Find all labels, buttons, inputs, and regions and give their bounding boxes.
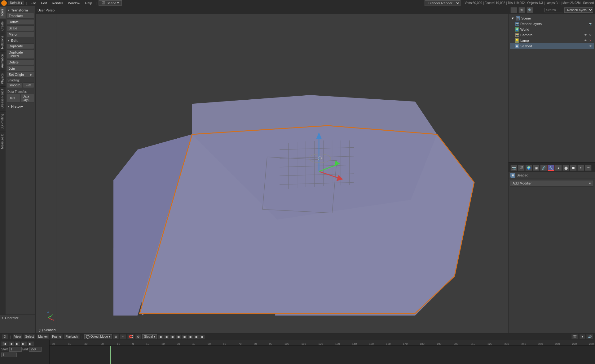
render-layers-camera-icon: 📷	[588, 22, 593, 26]
delete-button[interactable]: Delete	[7, 59, 34, 65]
ruler-mark: 150	[369, 342, 374, 345]
tab-create[interactable]: Create	[0, 19, 6, 33]
layer-5[interactable]: ▣	[182, 335, 187, 339]
tab-tools[interactable]: Tools	[0, 6, 6, 19]
record-icon[interactable]: ●	[580, 334, 585, 339]
tree-world[interactable]: 🌍 World	[510, 27, 594, 32]
timeline-track-area[interactable]: -50 -40 -30 -20 -10 0 10 20 30 40 50 60 …	[50, 340, 595, 364]
outliner-view-btn[interactable]: 👁	[518, 7, 525, 13]
timeline-frame-menu[interactable]: Frame	[51, 334, 63, 339]
ruler-mark: 270	[572, 342, 577, 345]
prop-icon-texture[interactable]: 🔲	[570, 165, 577, 171]
menu-window[interactable]: Window	[66, 0, 82, 6]
sound-icon[interactable]: 🔊	[586, 334, 593, 339]
scale-button[interactable]: Scale	[7, 25, 34, 31]
smooth-button[interactable]: Smooth	[7, 82, 22, 88]
layer-1[interactable]: ▣	[158, 335, 164, 339]
viewport-canvas[interactable]: X Y Z (1) Seabed	[36, 14, 508, 333]
tree-render-layers[interactable]: 📷 RenderLayers 📷	[510, 21, 594, 27]
render-engine-select[interactable]: Blender Render	[425, 0, 461, 6]
snap-icon[interactable]: 🧲	[127, 334, 134, 339]
translate-button[interactable]: Translate	[7, 13, 34, 19]
layer-4[interactable]: ▣	[176, 335, 181, 339]
tab-3d-printing[interactable]: 3D Printing	[0, 111, 6, 132]
timeline-marker-menu[interactable]: Marker	[37, 334, 49, 339]
menu-edit[interactable]: Edit	[39, 0, 49, 6]
camera-settings-icon: ⚙	[588, 33, 593, 37]
current-frame-input[interactable]	[1, 353, 17, 357]
timeline-track[interactable]	[50, 346, 595, 364]
svg-line-30	[48, 318, 53, 320]
end-frame-input[interactable]	[29, 347, 42, 352]
add-modifier-button[interactable]: Add Modifier ▾	[510, 180, 594, 187]
history-section-header[interactable]: History	[7, 104, 34, 109]
viewport-svg	[36, 14, 508, 333]
editor-type-button[interactable]: Default ▾	[8, 1, 24, 5]
data-button[interactable]: Data	[7, 94, 20, 102]
data-layers-button[interactable]: Data Layo	[21, 94, 34, 102]
menu-file[interactable]: File	[29, 0, 38, 6]
layer-7[interactable]: ▣	[193, 335, 199, 339]
play-btn[interactable]: ▶	[15, 341, 20, 346]
outliner-search-input[interactable]	[544, 8, 563, 12]
timeline-select-menu[interactable]: Select	[24, 334, 35, 339]
tab-relations[interactable]: Relations	[0, 33, 6, 51]
tree-scene-root[interactable]: ▼ 🎬 Scene	[510, 15, 594, 21]
timeline-playback-menu[interactable]: Playback	[64, 334, 80, 339]
outliner-type-icon[interactable]: ☰	[510, 7, 517, 13]
prop-icon-physics[interactable]: 〜	[585, 165, 592, 171]
blender-logo-icon[interactable]	[1, 0, 7, 6]
tab-grease-pencil[interactable]: Grease Pencil	[0, 86, 6, 111]
jump-start-btn[interactable]: |◀	[1, 341, 8, 346]
scenes-select[interactable]: RenderLayers	[564, 7, 593, 13]
duplicate-button[interactable]: Duplicate	[7, 43, 34, 49]
layer-3[interactable]: ▣	[170, 335, 175, 339]
proportional-icon[interactable]: ⊙	[135, 334, 141, 339]
prop-icon-data[interactable]: ▲	[555, 165, 562, 171]
tree-camera[interactable]: 📸 Camera 👁 ⚙	[510, 32, 594, 38]
step-back-btn[interactable]: ◀	[8, 341, 14, 346]
join-button[interactable]: Join	[7, 66, 34, 71]
global-local-select[interactable]: Global ▾	[142, 334, 157, 339]
timeline-type-icon[interactable]: ⏱	[2, 334, 8, 339]
render-icon[interactable]: 🎬	[571, 334, 578, 339]
set-origin-button[interactable]: Set Origin	[7, 72, 34, 77]
tab-measure-it[interactable]: Measure It	[0, 132, 6, 151]
pivot-icon[interactable]: ⊕	[113, 334, 119, 339]
prop-icon-world[interactable]: 🌍	[525, 165, 532, 171]
object-mode-select[interactable]: Object Mode ▾	[84, 334, 112, 339]
scene-selector[interactable]: 🎬 Scene ▾	[99, 0, 122, 6]
timeline-view-menu[interactable]: View	[13, 334, 23, 339]
tree-seabed[interactable]: ▣ Seabed 👁	[510, 43, 594, 49]
rotate-button[interactable]: Rotate	[7, 19, 34, 25]
tab-physics[interactable]: Physics	[0, 71, 6, 86]
layer-6[interactable]: ▣	[187, 335, 193, 339]
ruler-mark: 10	[146, 342, 149, 345]
prop-icon-particles[interactable]: ✦	[577, 165, 584, 171]
jump-end-btn[interactable]: ▶|	[28, 341, 34, 346]
start-frame-input[interactable]	[9, 347, 22, 352]
outliner-search-btn[interactable]: 🔍	[527, 7, 533, 13]
timeline-ruler: -50 -40 -30 -20 -10 0 10 20 30 40 50 60 …	[50, 340, 595, 346]
duplicate-linked-button[interactable]: Duplicate Linked	[7, 50, 34, 59]
prop-icon-object[interactable]: ▣	[533, 165, 540, 171]
svg-text:Z: Z	[47, 311, 49, 313]
prop-icon-modifiers[interactable]: 🔧	[548, 165, 554, 171]
menu-render[interactable]: Render	[50, 0, 65, 6]
step-fwd-btn[interactable]: ▶|	[21, 341, 27, 346]
flat-button[interactable]: Flat	[23, 82, 34, 88]
tree-lamp[interactable]: 💡 Lamp 👁 ✕	[510, 38, 594, 43]
layer-2[interactable]: ▣	[164, 335, 170, 339]
tab-animation[interactable]: Animation	[0, 51, 6, 70]
ruler-mark: 70	[238, 342, 241, 345]
layer-8[interactable]: ▣	[199, 335, 205, 339]
seabed-label: Seabed	[520, 44, 587, 48]
mirror-button[interactable]: Mirror	[7, 32, 34, 37]
prop-icon-render[interactable]: 📷	[510, 165, 517, 171]
viewport[interactable]: User Persp	[36, 6, 508, 333]
prop-icon-scene[interactable]: 🎬	[518, 165, 525, 171]
prop-icon-material[interactable]: ⬤	[562, 165, 569, 171]
prop-icon-constraints[interactable]: 🔗	[540, 165, 547, 171]
manipulator-icon[interactable]: ↔	[120, 334, 126, 339]
menu-help[interactable]: Help	[83, 0, 94, 6]
